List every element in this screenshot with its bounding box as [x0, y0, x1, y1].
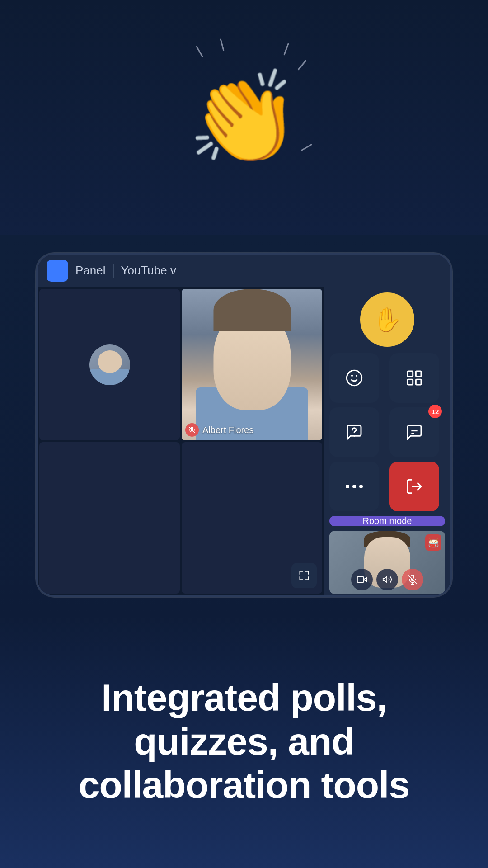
emoji-button[interactable] [329, 353, 379, 403]
mini-controls [329, 569, 445, 590]
bottom-headline: Integrated polls, quizzes, and collabora… [36, 676, 452, 807]
person-hair [213, 289, 291, 331]
svg-point-11 [346, 485, 349, 488]
video-cell-topright: Albert Flores [182, 289, 322, 440]
svg-point-1 [347, 370, 361, 385]
drum-icon: 🥁 [425, 534, 441, 551]
room-mode-button[interactable]: Room mode [329, 516, 445, 526]
motion-line-5 [301, 144, 313, 151]
svg-rect-4 [408, 371, 413, 377]
svg-point-12 [352, 485, 356, 488]
raise-hand-button[interactable]: ✋ [360, 292, 414, 347]
panel-label: Panel [75, 264, 106, 278]
video-cell-bottomright [182, 442, 322, 594]
expand-button[interactable] [291, 563, 317, 588]
video-grid: Albert Flores [38, 287, 324, 595]
video-cell-topleft [39, 289, 180, 440]
svg-rect-7 [416, 379, 421, 385]
chat-badge: 12 [428, 405, 442, 418]
person-name-bar: Albert Flores [185, 423, 253, 437]
tablet-main-content: Albert Flores ✋ [38, 287, 450, 595]
svg-marker-15 [364, 577, 366, 581]
icon-grid: 12 [329, 353, 445, 511]
youtube-label: YouTube v [121, 264, 176, 278]
chat-button[interactable]: 12 [389, 407, 439, 457]
more-options-button[interactable] [329, 462, 379, 511]
room-mode-label: Room mode [363, 516, 412, 526]
leave-button[interactable] [389, 462, 439, 511]
svg-rect-6 [408, 379, 413, 385]
person-name: Albert Flores [202, 425, 253, 435]
right-panel: ✋ [324, 287, 450, 595]
mute-indicator [185, 423, 199, 437]
svg-marker-17 [383, 577, 387, 583]
svg-point-13 [359, 485, 363, 488]
video-cell-bottomleft [39, 442, 180, 594]
tablet-header: Panel YouTube v [38, 255, 450, 287]
mini-speaker-button[interactable] [376, 569, 398, 590]
device-area: Panel YouTube v [0, 235, 488, 615]
svg-rect-5 [416, 371, 421, 377]
motion-line-1 [196, 46, 203, 57]
layout-button[interactable] [389, 353, 439, 403]
motion-line-3 [283, 43, 289, 55]
header-blue-button[interactable] [47, 260, 68, 282]
top-hero-section: 👏 [0, 0, 488, 235]
question-button[interactable] [329, 407, 379, 457]
motion-line-2 [220, 38, 224, 51]
mini-mute-button[interactable] [402, 569, 423, 590]
raise-hand-icon: ✋ [373, 306, 402, 334]
tablet-frame: Panel YouTube v [36, 253, 452, 597]
person-video-albert [182, 289, 322, 440]
clap-emoji: 👏 [188, 72, 300, 163]
bottom-section: Integrated polls, quizzes, and collabora… [0, 615, 488, 868]
svg-rect-16 [357, 577, 364, 583]
header-divider [113, 264, 114, 278]
mini-camera-button[interactable] [351, 569, 373, 590]
mini-video-preview: 🥁 [329, 531, 445, 594]
